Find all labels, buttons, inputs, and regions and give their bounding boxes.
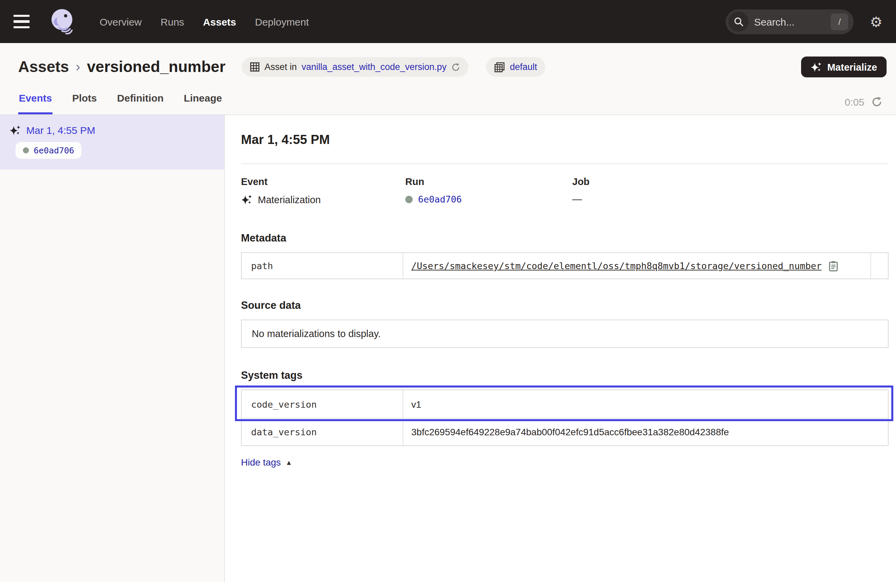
asset-header: Assets › versioned_number Asset in vanil… — [0, 43, 896, 115]
event-list-sidebar: Mar 1, 4:55 PM 6e0ad706 — [0, 115, 225, 582]
caret-up-icon: ▲ — [285, 459, 292, 466]
event-list-item[interactable]: Mar 1, 4:55 PM 6e0ad706 — [0, 115, 224, 170]
tag-key: code_version — [242, 390, 403, 418]
gear-icon[interactable]: ⚙ — [870, 14, 882, 29]
nav-item-overview[interactable]: Overview — [100, 16, 142, 27]
code-location-badge: default — [486, 57, 545, 77]
search-input[interactable] — [754, 16, 825, 27]
event-summary: Event Materialization Run 6e0ad — [241, 176, 888, 205]
metadata-key: path — [242, 253, 403, 278]
tab-bar: Events Plots Definition Lineage 0:05 — [0, 81, 896, 115]
hamburger-icon[interactable] — [12, 10, 35, 33]
nav-item-runs[interactable]: Runs — [160, 16, 184, 27]
chevron-right-icon: › — [76, 59, 80, 75]
tab-definition[interactable]: Definition — [116, 85, 164, 114]
sparkles-icon — [811, 61, 822, 73]
tag-value: v1 — [411, 399, 421, 409]
run-status-dot — [23, 147, 29, 153]
run-tag-pill: 6e0ad706 — [15, 142, 81, 159]
sparkles-icon — [241, 194, 253, 205]
source-data-section: Source data No materializations to displ… — [241, 299, 888, 348]
run-label: Run — [405, 176, 572, 187]
table-row: path /Users/smackesey/stm/code/elementl/… — [242, 253, 888, 278]
refresh-icon[interactable] — [871, 96, 882, 108]
run-id-link[interactable]: 6e0ad706 — [418, 194, 462, 205]
code-location-link[interactable]: default — [510, 62, 537, 72]
table-grid-icon — [250, 62, 260, 72]
hide-tags-label: Hide tags — [241, 457, 281, 468]
materialize-button-label: Materialize — [827, 62, 877, 72]
source-data-heading: Source data — [241, 299, 888, 311]
page-title: versioned_number — [87, 58, 226, 76]
job-label: Job — [572, 176, 888, 187]
refresh-countdown: 0:05 — [845, 96, 864, 108]
asset-badge-prefix: Asset in — [265, 62, 297, 72]
breadcrumb-assets-link[interactable]: Assets — [18, 58, 69, 76]
clipboard-icon — [828, 260, 838, 272]
asset-definition-badge: Asset in vanilla_asset_with_code_version… — [242, 57, 469, 77]
dagster-logo[interactable] — [47, 7, 77, 36]
run-status-dot — [405, 196, 413, 203]
reload-icon[interactable] — [451, 62, 461, 71]
event-detail-panel: Mar 1, 4:55 PM Event Materialization — [225, 115, 896, 582]
tab-lineage[interactable]: Lineage — [183, 85, 222, 114]
top-nav: Overview Runs Assets Deployment / ⚙ — [0, 0, 896, 43]
copy-path-button[interactable] — [828, 260, 838, 272]
event-type-value: Materialization — [258, 194, 321, 205]
metadata-path-link[interactable]: /Users/smackesey/stm/code/elementl/oss/t… — [411, 260, 821, 271]
metadata-table: path /Users/smackesey/stm/code/elementl/… — [241, 252, 888, 279]
metadata-actions-cell — [870, 253, 888, 278]
page: Overview Runs Assets Deployment / ⚙ Asse… — [0, 0, 896, 588]
metadata-section: Metadata path /Users/smackesey/stm/code/… — [241, 232, 888, 279]
system-tags-table: code_version v1 data_version 3bfc269594e… — [241, 389, 888, 446]
sparkles-icon — [9, 125, 21, 136]
source-data-empty-message: No materializations to display. — [241, 319, 888, 348]
tab-plots[interactable]: Plots — [72, 85, 97, 114]
event-timestamp: Mar 1, 4:55 PM — [26, 125, 95, 136]
hide-tags-link[interactable]: Hide tags ▲ — [241, 457, 292, 468]
breadcrumb: Assets › versioned_number — [18, 58, 226, 76]
asset-file-link[interactable]: vanilla_asset_with_code_version.py — [302, 62, 446, 72]
table-row-data-version: data_version 3bfc269594ef649228e9a74bab0… — [242, 418, 888, 445]
nav-item-assets[interactable]: Assets — [203, 16, 236, 27]
tab-events[interactable]: Events — [18, 85, 52, 114]
system-tags-heading: System tags — [241, 369, 888, 381]
tag-value: 3bfc269594ef649228e9a74bab00f042efc91d5a… — [411, 427, 729, 437]
materialize-button[interactable]: Materialize — [801, 56, 887, 77]
table-row-code-version: code_version v1 — [242, 390, 888, 418]
event-label: Event — [241, 176, 405, 187]
repo-grid-icon — [494, 62, 505, 72]
search-box[interactable]: / — [726, 9, 853, 34]
tag-key: data_version — [242, 418, 403, 445]
system-tags-section: System tags code_version v1 data_version… — [241, 369, 888, 468]
search-icon — [728, 11, 748, 32]
search-shortcut-badge: / — [831, 13, 848, 30]
primary-nav: Overview Runs Assets Deployment — [100, 16, 309, 27]
metadata-heading: Metadata — [241, 232, 888, 244]
run-id-link[interactable]: 6e0ad706 — [34, 145, 74, 155]
job-value: — — [572, 194, 582, 205]
nav-item-deployment[interactable]: Deployment — [255, 16, 309, 27]
event-detail-title: Mar 1, 4:55 PM — [241, 132, 888, 147]
